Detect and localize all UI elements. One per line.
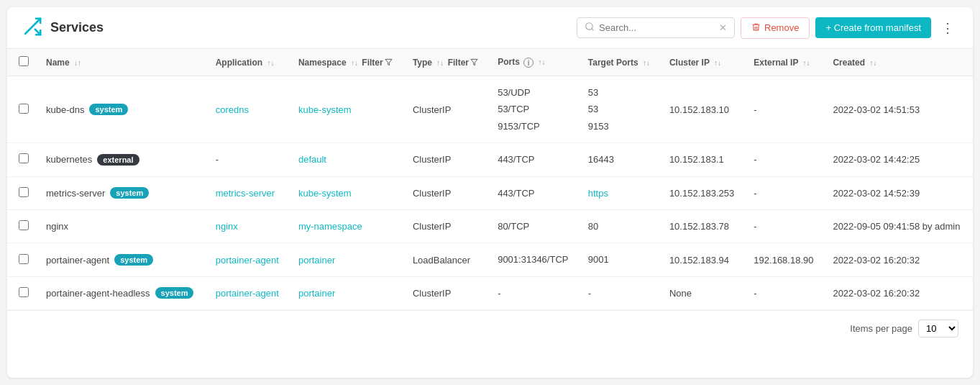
th-external-ip[interactable]: External IP ↑↓ [745,49,824,76]
row-name-cell: nginx [37,209,207,243]
th-namespace[interactable]: Namespace ↑↓ Filter [290,49,404,76]
row-target-ports-cell: 9001 [580,243,661,276]
row-checkbox-cell[interactable] [7,243,37,276]
items-per-page-select[interactable]: 102550100 [918,320,958,338]
row-namespace-cell[interactable]: portainer [290,276,404,309]
create-from-manifest-button[interactable]: + Create from manifest [815,17,931,38]
services-page: Services ✕ [7,7,973,378]
service-badge-system: system [89,104,128,115]
sort-application-icon[interactable]: ↑↓ [267,59,274,67]
sort-type-icon[interactable]: ↑↓ [436,59,444,67]
target-port-link[interactable]: https [588,188,608,199]
row-external-ip-cell: - [745,176,824,209]
sort-namespace-icon[interactable]: ↑↓ [351,59,358,67]
row-target-ports-cell: 53539153 [580,76,661,143]
application-link[interactable]: metrics-server [216,188,275,199]
filter-namespace-button[interactable]: Filter [362,58,392,68]
table-body: kube-dnssystemcorednskube-systemClusterI… [7,76,973,310]
sort-cluster-ip-icon[interactable]: ↑↓ [714,59,721,67]
clear-search-icon[interactable]: ✕ [719,22,727,33]
row-ports-cell: 443/TCP [489,176,580,209]
services-table: Name ↓↑ Application ↑↓ Namespace ↑↓ Filt… [7,49,973,310]
row-checkbox[interactable] [19,220,29,230]
row-ports-cell: 443/TCP [489,143,580,176]
application-link[interactable]: portainer-agent [216,255,279,266]
remove-button[interactable]: Remove [741,17,810,39]
row-name-cell: portainer-agentsystem [37,243,207,276]
row-application-cell[interactable]: portainer-agent [207,276,290,309]
row-target-ports-cell: 16443 [580,143,661,176]
row-application-cell[interactable]: nginx [207,209,290,243]
row-namespace-cell[interactable]: kube-system [290,176,404,209]
row-namespace-cell[interactable]: default [290,143,404,176]
row-checkbox[interactable] [19,104,29,114]
row-checkbox[interactable] [19,187,29,197]
th-ports[interactable]: Ports i ↑↓ [489,49,580,76]
row-created-cell: 2022-03-02 16:20:32 [824,243,973,276]
select-all-checkbox[interactable] [19,56,29,66]
row-type-cell: ClusterIP [404,209,489,243]
remove-icon [751,22,761,34]
row-application-cell[interactable]: portainer-agent [207,243,290,276]
row-ports-cell: 9001:31346/TCP [489,243,580,276]
row-checkbox-cell[interactable] [7,143,37,176]
application-link[interactable]: nginx [216,221,238,232]
row-checkbox-cell[interactable] [7,76,37,143]
row-namespace-cell[interactable]: portainer [290,243,404,276]
services-icon [22,16,43,40]
row-ports-cell: - [489,276,580,309]
th-application[interactable]: Application ↑↓ [207,49,290,76]
namespace-link[interactable]: default [298,154,326,165]
row-checkbox-cell[interactable] [7,209,37,243]
namespace-link[interactable]: my-namespace [298,221,362,232]
search-box[interactable]: ✕ [577,17,735,38]
sort-target-ports-icon[interactable]: ↑↓ [643,59,650,67]
row-target-ports-cell: https [580,176,661,209]
row-cluster-ip-cell: 10.152.183.78 [661,209,745,243]
application-link[interactable]: portainer-agent [216,288,279,299]
filter-type-button[interactable]: Filter [448,58,478,68]
namespace-link[interactable]: kube-system [298,104,352,115]
sort-name-icon[interactable]: ↓↑ [74,59,81,67]
row-created-cell: 2022-03-02 14:51:53 [824,76,973,143]
table-row: metrics-serversystemmetrics-serverkube-s… [7,176,973,209]
namespace-link[interactable]: portainer [298,288,335,299]
row-checkbox[interactable] [19,153,29,163]
th-type[interactable]: Type ↑↓ Filter [404,49,489,76]
row-name-cell: metrics-serversystem [37,176,207,209]
namespace-link[interactable]: portainer [298,255,335,266]
sort-ports-icon[interactable]: ↑↓ [539,58,546,66]
service-badge-system: system [114,254,153,266]
row-target-ports-cell: - [580,276,661,309]
row-checkbox[interactable] [19,254,29,264]
more-options-button[interactable]: ⋮ [937,17,958,39]
th-cluster-ip[interactable]: Cluster IP ↑↓ [661,49,745,76]
service-name: kubernetes [46,154,92,165]
sort-created-icon[interactable]: ↑↓ [869,59,876,67]
row-namespace-cell[interactable]: my-namespace [290,209,404,243]
items-per-page-label: Items per page [850,323,912,334]
row-checkbox-cell[interactable] [7,176,37,209]
th-target-ports[interactable]: Target Ports ↑↓ [580,49,661,76]
header-actions: ✕ Remove + Create from manifest ⋮ [577,17,958,39]
svg-line-3 [592,29,594,31]
select-all-checkbox-header[interactable] [7,49,37,76]
table-row: portainer-agentsystemportainer-agentport… [7,243,973,276]
th-created[interactable]: Created ↑↓ [824,49,973,76]
title-area: Services [22,16,568,40]
row-checkbox[interactable] [19,287,29,297]
application-link[interactable]: coredns [216,104,249,115]
row-namespace-cell[interactable]: kube-system [290,76,404,143]
table-row: nginxnginxmy-namespaceClusterIP80/TCP801… [7,209,973,243]
table-header: Name ↓↑ Application ↑↓ Namespace ↑↓ Filt… [7,49,973,76]
row-application-cell[interactable]: metrics-server [207,176,290,209]
row-type-cell: ClusterIP [404,76,489,143]
row-application-cell[interactable]: coredns [207,76,290,143]
row-checkbox-cell[interactable] [7,276,37,309]
sort-external-ip-icon[interactable]: ↑↓ [803,59,810,67]
search-input[interactable] [599,22,715,33]
namespace-link[interactable]: kube-system [298,188,352,199]
row-name-cell: kubernetesexternal [37,143,207,176]
th-name[interactable]: Name ↓↑ [37,49,207,76]
row-type-cell: ClusterIP [404,176,489,209]
